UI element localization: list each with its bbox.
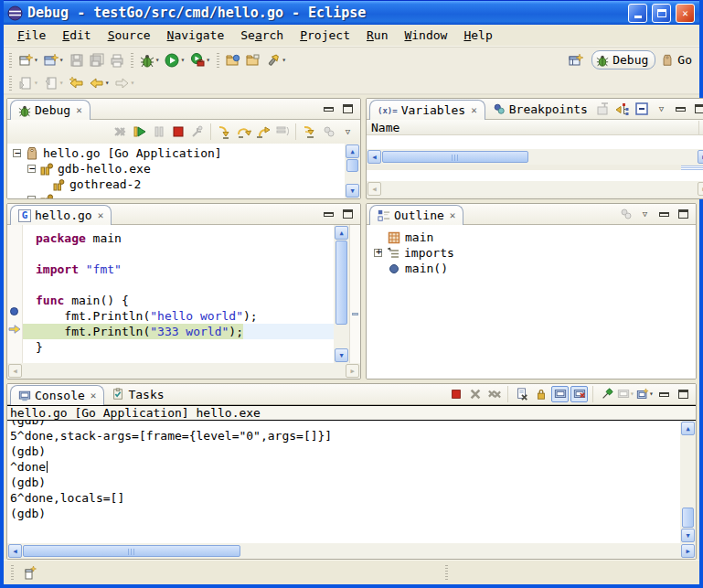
close-button[interactable]: ✕ <box>676 4 695 23</box>
disconnect-button[interactable] <box>188 123 206 140</box>
maximize-view-button[interactable] <box>691 101 703 117</box>
resume-button[interactable] <box>131 123 148 140</box>
new-button[interactable]: ▾ <box>16 50 41 70</box>
scroll-up-arrow[interactable]: ▲ <box>681 422 695 435</box>
overview-marker[interactable] <box>352 313 358 315</box>
scroll-thumb[interactable] <box>382 151 528 163</box>
save-button[interactable] <box>67 50 87 70</box>
tab-variables[interactable]: (x)= Variables ✕ <box>369 100 485 120</box>
collapse-all-button[interactable] <box>634 101 651 117</box>
editor-ruler[interactable] <box>7 225 23 363</box>
step-over-button[interactable] <box>235 123 252 140</box>
variables-hscrollbar[interactable]: ◀ ▶ <box>367 149 703 165</box>
close-icon[interactable]: ✕ <box>448 209 456 221</box>
menu-search[interactable]: Search <box>232 27 292 44</box>
close-icon[interactable]: ✕ <box>96 209 104 221</box>
column-name[interactable]: Name <box>371 121 399 134</box>
expander-icon[interactable] <box>13 149 21 157</box>
perspective-go-button[interactable]: Go <box>661 53 692 67</box>
show-logical-structure-button[interactable] <box>614 101 632 117</box>
toolbar-drag-handle[interactable] <box>9 76 12 91</box>
console-output[interactable]: (gdb) 5^done,stack-args=[frame={level="0… <box>7 421 680 543</box>
use-step-filters-button[interactable] <box>301 123 318 140</box>
tab-console[interactable]: Console ✕ <box>10 385 104 405</box>
print-button[interactable] <box>107 50 127 70</box>
run-launch-button[interactable]: ▾ <box>162 50 187 70</box>
overview-ruler[interactable] <box>349 225 360 363</box>
editor-hscrollbar[interactable]: ◀ ▶ <box>7 363 360 379</box>
remove-all-terminated-button[interactable] <box>485 386 503 402</box>
editor-content[interactable]: package main import "fmt" func main() { … <box>23 225 334 363</box>
open-resource-button[interactable] <box>223 50 243 70</box>
scroll-lock-button[interactable] <box>532 386 549 402</box>
terminate-button[interactable] <box>169 123 186 140</box>
scroll-right-arrow[interactable]: ▶ <box>681 544 695 558</box>
detail-hscrollbar[interactable]: ◀ ▶ <box>367 181 703 197</box>
expander-icon[interactable] <box>27 196 36 198</box>
expander-icon[interactable] <box>27 165 36 173</box>
close-icon[interactable]: ✕ <box>74 104 82 116</box>
menu-window[interactable]: Window <box>396 27 455 44</box>
menu-run[interactable]: Run <box>358 27 396 44</box>
scroll-right-arrow[interactable]: ▶ <box>698 150 703 164</box>
outline-item-imports[interactable]: imports <box>374 245 696 261</box>
remove-all-terminated-button[interactable] <box>112 123 129 140</box>
clear-console-button[interactable] <box>513 386 530 402</box>
outline-item-package[interactable]: main <box>374 230 696 245</box>
scroll-thumb[interactable] <box>23 545 240 557</box>
menu-file[interactable]: File <box>9 27 54 44</box>
forward-button[interactable]: ▾ <box>112 73 137 93</box>
maximize-button[interactable] <box>652 4 671 23</box>
minimize-view-button[interactable] <box>655 386 673 402</box>
drop-to-frame-button[interactable] <box>273 123 291 140</box>
breakpoint-icon[interactable] <box>10 307 18 315</box>
link-with-editor-button[interactable] <box>617 206 634 222</box>
new-project-button[interactable]: ▾ <box>41 50 67 70</box>
toolbar-drag-handle[interactable] <box>217 53 219 68</box>
debug-launch-button[interactable]: ▾ <box>137 50 163 70</box>
scroll-right-arrow[interactable]: ▶ <box>346 364 359 378</box>
scroll-up-arrow[interactable]: ▲ <box>346 144 359 158</box>
debug-tree-vscrollbar[interactable]: ▲ ▼ <box>345 144 360 198</box>
next-annotation-button[interactable]: ▾ <box>16 73 41 93</box>
show-stderr-button[interactable] <box>570 386 588 402</box>
tree-item-clipped[interactable] <box>11 192 345 198</box>
variables-detail-pane[interactable] <box>367 170 703 181</box>
tree-item-thread[interactable]: gothread-2 <box>11 176 345 192</box>
console-hscrollbar[interactable]: ◀ ▶ <box>7 543 696 559</box>
toolbar-drag-handle[interactable] <box>131 53 133 68</box>
previous-annotation-button[interactable]: ▾ <box>41 73 67 93</box>
close-icon[interactable]: ✕ <box>89 390 97 401</box>
tree-item-launch[interactable]: hello.go [Go Application] <box>11 145 345 161</box>
view-menu-chevron[interactable] <box>653 101 670 117</box>
maximize-view-button[interactable] <box>339 101 357 117</box>
menu-edit[interactable]: Edit <box>54 27 99 44</box>
external-tools-button[interactable]: ▾ <box>187 50 213 70</box>
open-perspective-button[interactable] <box>566 50 586 70</box>
minimize-view-button[interactable] <box>320 206 337 222</box>
scroll-left-arrow[interactable]: ◀ <box>367 150 381 164</box>
view-menu-chevron[interactable] <box>636 206 654 222</box>
search-button[interactable]: ▾ <box>263 50 289 70</box>
scroll-thumb[interactable] <box>336 241 347 325</box>
tab-tasks[interactable]: Tasks <box>104 384 171 404</box>
minimize-view-button[interactable] <box>672 101 689 117</box>
open-console-button[interactable]: ▾ <box>636 386 654 402</box>
menu-source[interactable]: Source <box>100 27 159 44</box>
scroll-down-arrow[interactable]: ▼ <box>335 348 348 362</box>
show-stdout-button[interactable] <box>551 386 569 402</box>
scroll-up-arrow[interactable]: ▲ <box>335 226 348 240</box>
column-value[interactable]: V <box>698 121 703 134</box>
view-management-button[interactable] <box>320 123 337 140</box>
variables-tree-area[interactable] <box>367 135 703 149</box>
suspend-button[interactable] <box>150 123 167 140</box>
tab-breakpoints[interactable]: Breakpoints <box>485 99 595 119</box>
menu-help[interactable]: Help <box>455 27 500 44</box>
maximize-view-button[interactable] <box>675 386 692 402</box>
maximize-view-button[interactable] <box>675 206 692 222</box>
outline-item-main-func[interactable]: main() <box>374 261 696 276</box>
toolbar-drag-handle[interactable] <box>9 53 12 68</box>
tab-outline[interactable]: Outline ✕ <box>369 205 463 225</box>
last-edit-location-button[interactable] <box>67 73 87 93</box>
close-icon[interactable]: ✕ <box>469 104 477 116</box>
